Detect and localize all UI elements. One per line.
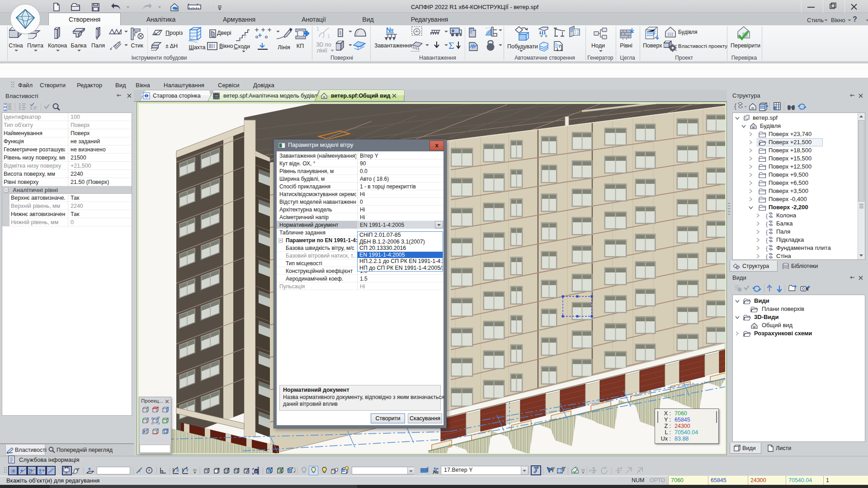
svg-text:№: №: [433, 469, 439, 474]
svg-text:Σ: Σ: [448, 40, 454, 51]
svg-text:{: {: [766, 245, 768, 252]
svg-text:{: {: [766, 253, 768, 260]
svg-text:{: {: [766, 221, 768, 227]
svg-text:{: {: [734, 102, 736, 110]
svg-text:№: №: [386, 26, 394, 33]
svg-text:{: {: [766, 213, 768, 219]
svg-text:1: 1: [327, 33, 330, 39]
svg-text:{: {: [766, 229, 768, 235]
svg-text:1: 1: [316, 26, 319, 32]
svg-text:{: {: [766, 237, 768, 244]
svg-text:X: X: [176, 468, 179, 473]
svg-text:Y: Y: [186, 468, 189, 473]
